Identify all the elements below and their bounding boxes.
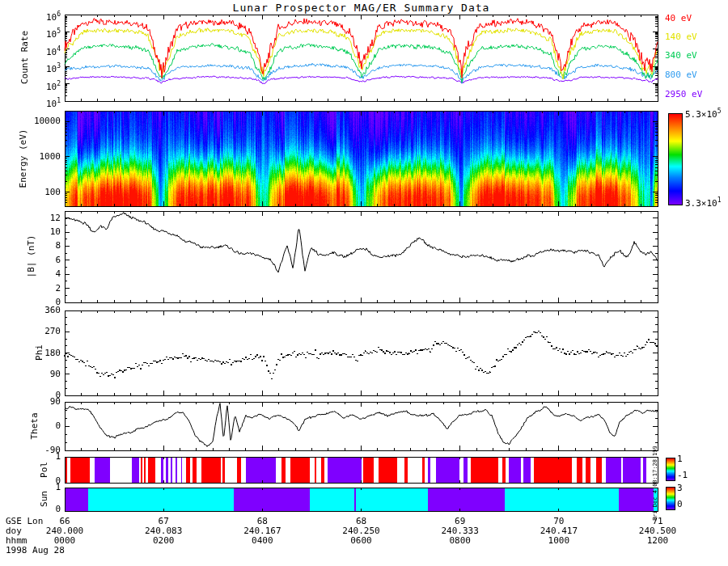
y-tick-label: 1: [0, 452, 61, 462]
generation-timestamp: Fri Dec 4 08:17:28 1998: [652, 446, 662, 521]
x-tick-value: 0800: [424, 535, 497, 546]
y-tick-label: 2: [0, 284, 61, 294]
y-tick-label: 0: [0, 421, 61, 431]
y-tick-label: 90: [0, 370, 61, 379]
x-tick-value: 0200: [127, 535, 200, 546]
colorbar-sun-max: 3: [677, 483, 683, 493]
x-tick-value: 0400: [226, 535, 298, 546]
colorbar-pol-max: 1: [677, 454, 683, 464]
legend-item-140ev: 140 eV: [665, 32, 697, 42]
colorbar-sun: [666, 487, 675, 510]
colorbar-min-label: 3.3×101: [685, 196, 722, 209]
y-tick-label: 270: [0, 327, 61, 336]
legend-item-2950ev: 2950 eV: [665, 89, 702, 99]
plot-page: Lunar Prospector MAG/ER Summary Data Cou…: [0, 0, 728, 566]
y-tick-label: 106: [0, 10, 61, 23]
plot-overlay: Count Rate Energy (eV) |B| (nT) Phi Thet…: [0, 0, 728, 566]
y-tick-label: 100: [0, 188, 61, 197]
y-tick-label: 10000: [0, 116, 61, 126]
y-tick-label: 1000: [0, 152, 61, 162]
y-tick-label: 360: [0, 306, 61, 315]
legend-item-40ev: 40 eV: [665, 13, 692, 23]
legend-item-340ev: 340 eV: [665, 50, 697, 61]
x-tick-value: 0000: [28, 535, 101, 546]
y-tick-label: 180: [0, 348, 61, 358]
colorbar-pol-min: -1: [677, 470, 688, 480]
y-tick-label: 8: [0, 241, 61, 251]
y-tick-label: 10: [0, 227, 61, 237]
y-tick-label: 12: [0, 213, 61, 223]
colorbar-sun-min: 0: [677, 499, 683, 509]
colorbar-max-label: 5.3×105: [685, 108, 722, 120]
colorbar-pol: [666, 458, 675, 481]
y-tick-label: 0: [0, 391, 61, 400]
y-tick-label: 105: [0, 27, 61, 40]
y-tick-label: 1: [0, 483, 61, 492]
y-tick-label: 101: [0, 96, 61, 109]
y-tick-label: 0: [0, 505, 61, 514]
x-tick-value: 0600: [325, 535, 398, 546]
legend-item-800ev: 800 eV: [665, 70, 697, 80]
y-tick-label: 6: [0, 256, 61, 265]
colorbar-spectrogram: [668, 113, 683, 205]
y-tick-label: 4: [0, 269, 61, 279]
x-tick-value: 1000: [523, 535, 595, 546]
y-tick-label: 102: [0, 79, 61, 92]
y-tick-label: 103: [0, 61, 61, 74]
y-tick-label: 104: [0, 44, 61, 57]
xaxis-date: 1998 Aug 28: [6, 545, 65, 555]
ylabel-pol: Pol: [39, 462, 49, 478]
x-tick-value: 1200: [621, 535, 694, 546]
